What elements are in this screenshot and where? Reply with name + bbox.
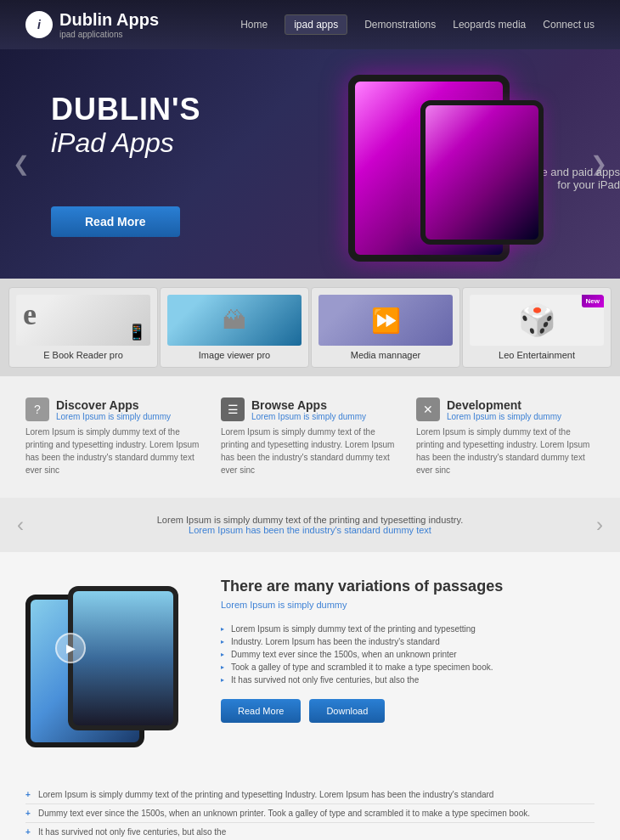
passage-buttons: Read More Download [221, 699, 595, 723]
quote-section: Lorem Ipsum is simply dummy text of the … [0, 498, 620, 552]
feature-dev-header: ✕ Development Lorem Ipsum is simply dumm… [416, 397, 595, 421]
logo-subtitle: ipad applications [59, 30, 159, 39]
nav-demonstrations[interactable]: Demonstrations [364, 19, 436, 31]
feature-dev: ✕ Development Lorem Ipsum is simply dumm… [416, 397, 595, 476]
passage-subtitle: Lorem Ipsum is simply dummy [221, 600, 595, 610]
app-cat-leo-img: 🎲 New [470, 295, 604, 346]
passage-download-button[interactable]: Download [309, 699, 385, 723]
list-item: Dummy text ever since the 1500s, when an… [221, 648, 595, 661]
app-categories-section: e 📱 E Book Reader pro 🏔 Image viewer pro… [0, 279, 620, 376]
feature-dev-text: Lorem Ipsum is simply dummy text of the … [416, 426, 595, 476]
passage-title: There are many variations of passages [221, 578, 595, 595]
hero-read-more-button[interactable]: Read More [51, 206, 180, 237]
feature-dev-title: Development [447, 398, 561, 412]
browse-icon: ☰ [221, 397, 245, 421]
bullet-item: Lorem Ipsum is simply dummy text of the … [25, 786, 595, 804]
features-section: ? Discover Apps Lorem Ipsum is simply du… [0, 376, 620, 498]
header: i Dublin Apps ipad applications Home ipa… [0, 0, 620, 49]
feature-discover-title: Discover Apps [56, 398, 171, 412]
passage-list: Lorem Ipsum is simply dummy text of the … [221, 623, 595, 686]
app-cat-viewer-label: Image viewer pro [167, 350, 302, 360]
app-cat-ebook-img: e 📱 [16, 295, 150, 346]
nav-leopards-media[interactable]: Leopards media [453, 19, 526, 31]
app-cat-media-label: Media mannager [318, 350, 453, 360]
feature-browse-subtitle: Lorem Ipsum is simply dummy [251, 412, 366, 421]
feature-discover-text: Lorem Ipsum is simply dummy text of the … [25, 426, 204, 476]
bullet-item: It has survived not only five centuries,… [25, 823, 595, 840]
passage-ipad-front [68, 586, 178, 730]
passage-content: There are many variations of passages Lo… [221, 578, 595, 723]
logo-icon: i [25, 11, 53, 38]
list-item: Lorem Ipsum is simply dummy text of the … [221, 623, 595, 635]
logo-title: Dublin Apps [59, 10, 159, 30]
app-cat-ebook-label: E Book Reader pro [16, 350, 150, 360]
feature-browse: ☰ Browse Apps Lorem Ipsum is simply dumm… [221, 397, 399, 476]
logo-area: i Dublin Apps ipad applications [25, 10, 159, 39]
list-item: It has survived not only five centuries,… [221, 674, 595, 686]
quote-highlight: Lorem Ipsum has been the industry's stan… [51, 525, 569, 535]
bullet-item: Dummy text ever since the 1500s, when an… [25, 804, 595, 823]
hero-ipad-small [420, 100, 544, 245]
dev-icon: ✕ [416, 397, 440, 421]
discover-icon: ? [25, 397, 49, 421]
app-cat-media[interactable]: ⏩ Media mannager [311, 287, 460, 368]
bullets-section: Lorem Ipsum is simply dummy text of the … [0, 773, 620, 840]
app-cat-leo-label: Leo Entertainment [470, 350, 604, 360]
app-cat-ebook[interactable]: e 📱 E Book Reader pro [8, 287, 158, 368]
quote-text: Lorem Ipsum is simply dummy text of the … [51, 515, 569, 525]
passage-section: ▶ There are many variations of passages … [0, 552, 620, 773]
feature-dev-subtitle: Lorem Ipsum is simply dummy [447, 412, 561, 421]
feature-browse-header: ☰ Browse Apps Lorem Ipsum is simply dumm… [221, 397, 399, 421]
app-cat-leo[interactable]: 🎲 New Leo Entertainment [462, 287, 612, 368]
app-cat-media-img: ⏩ [318, 295, 453, 346]
passage-read-more-button[interactable]: Read More [221, 699, 301, 723]
passage-images: ▶ [25, 578, 195, 747]
play-button-icon[interactable]: ▶ [55, 633, 86, 663]
hero-section: ❮ DUBLIN'S iPad Apps Free and paid apps … [0, 49, 620, 279]
nav-ipad-apps[interactable]: ipad apps [285, 14, 347, 35]
app-cat-viewer[interactable]: 🏔 Image viewer pro [160, 287, 309, 368]
feature-discover: ? Discover Apps Lorem Ipsum is simply du… [25, 397, 204, 476]
nav-connect-us[interactable]: Connect us [543, 19, 595, 31]
feature-discover-subtitle: Lorem Ipsum is simply dummy [56, 412, 171, 421]
feature-browse-title: Browse Apps [251, 398, 366, 412]
new-badge: New [582, 295, 604, 307]
list-item: Industry. Lorem Ipsum has been the indus… [221, 635, 595, 648]
app-cat-viewer-img: 🏔 [167, 295, 302, 346]
logo-text: Dublin Apps ipad applications [59, 10, 159, 39]
list-item: Took a galley of type and scrambled it t… [221, 661, 595, 674]
main-nav: Home ipad apps Demonstrations Leopards m… [240, 14, 595, 35]
feature-browse-text: Lorem Ipsum is simply dummy text of the … [221, 426, 399, 476]
feature-discover-header: ? Discover Apps Lorem Ipsum is simply du… [25, 397, 204, 421]
nav-home[interactable]: Home [240, 19, 268, 31]
